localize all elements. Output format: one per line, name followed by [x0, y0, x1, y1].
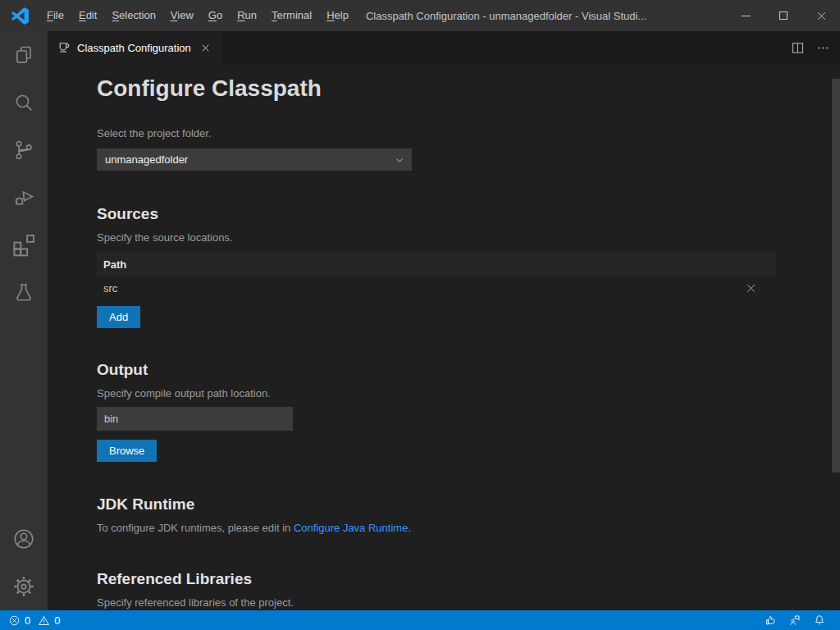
sources-column-header: Path: [97, 253, 776, 276]
thumbs-up-icon: [764, 614, 777, 627]
maximize-icon: [779, 11, 788, 20]
menu-go[interactable]: Go: [201, 0, 230, 31]
project-folder-label: Select the project folder.: [97, 126, 840, 141]
classpath-configuration-page: Configure Classpath Select the project f…: [48, 64, 840, 610]
menu-run[interactable]: Run: [230, 0, 264, 31]
menu-terminal[interactable]: Terminal: [264, 0, 319, 31]
page-title: Configure Classpath: [97, 75, 840, 103]
problems-status[interactable]: 0 0: [8, 614, 63, 627]
sidebar-item-explorer[interactable]: [0, 31, 48, 79]
menu-edit[interactable]: Edit: [71, 0, 104, 31]
person-flag-icon: [788, 614, 801, 627]
run-and-debug-icon: [11, 185, 36, 210]
window-title: Classpath Configuration - unmanagedfolde…: [366, 10, 646, 22]
chevron-down-icon: [394, 154, 405, 166]
tab-bar: Classpath Configuration: [48, 31, 840, 64]
remove-source-button[interactable]: [742, 279, 760, 297]
split-editor-icon[interactable]: [791, 41, 805, 55]
explorer-icon: [11, 43, 36, 67]
close-window-button[interactable]: [802, 0, 840, 31]
notifications-button[interactable]: [807, 610, 832, 630]
source-control-icon: [11, 138, 36, 162]
feedback-button[interactable]: [783, 610, 807, 630]
jdk-runtime-heading: JDK Runtime: [97, 494, 840, 515]
editor-actions: [791, 31, 840, 64]
tab-close-button[interactable]: [198, 39, 214, 56]
error-icon: [8, 614, 21, 627]
sources-description: Specify the source locations.: [97, 231, 840, 245]
referenced-libraries-description: Specify referenced libraries of the proj…: [97, 596, 840, 610]
menu-file[interactable]: File: [39, 0, 71, 31]
java-cup-icon: [57, 41, 71, 54]
jdk-text-after: .: [408, 522, 411, 534]
vertical-scrollbar[interactable]: [832, 79, 840, 472]
window-controls: [727, 0, 840, 31]
vscode-window: File Edit Selection View Go Run Terminal…: [0, 0, 840, 630]
browse-output-button[interactable]: Browse: [97, 440, 157, 462]
close-icon: [815, 10, 828, 22]
menu-selection[interactable]: Selection: [104, 0, 162, 31]
error-count: 0: [25, 614, 30, 627]
menu-bar: File Edit Selection View Go Run Terminal…: [39, 0, 356, 31]
close-icon: [745, 282, 757, 294]
add-source-button[interactable]: Add: [97, 306, 140, 328]
maximize-button[interactable]: [765, 0, 802, 31]
main-area: Classpath Configuration Configure Classp…: [0, 31, 840, 610]
menu-help[interactable]: Help: [319, 0, 356, 31]
editor-group: Classpath Configuration Configure Classp…: [48, 31, 840, 610]
testing-flask-icon: [11, 281, 36, 305]
tab-label: Classpath Configuration: [77, 42, 191, 54]
source-row[interactable]: src: [97, 276, 776, 300]
status-bar: 0 0: [0, 610, 840, 630]
account-icon: [11, 527, 36, 551]
gear-icon: [11, 574, 36, 599]
referenced-libraries-heading: Referenced Libraries: [97, 568, 840, 590]
bell-icon: [813, 614, 826, 627]
sources-table: Path src: [97, 253, 776, 300]
sidebar-item-testing[interactable]: [0, 269, 48, 317]
sidebar-item-run-and-debug[interactable]: [0, 174, 48, 221]
configure-java-runtime-link[interactable]: Configure Java Runtime: [294, 522, 408, 534]
menu-view[interactable]: View: [163, 0, 201, 31]
sidebar-item-extensions[interactable]: [0, 221, 48, 269]
source-path-value: src: [103, 282, 117, 294]
tab-classpath-configuration[interactable]: Classpath Configuration: [48, 31, 222, 64]
project-folder-selected-value: unmanagedfolder: [105, 153, 394, 166]
warning-icon: [38, 614, 50, 627]
warning-count: 0: [54, 614, 60, 627]
settings-button[interactable]: [0, 563, 48, 610]
activity-bar: [0, 31, 48, 610]
output-heading: Output: [97, 359, 840, 381]
minimize-button[interactable]: [727, 0, 765, 31]
close-icon: [200, 43, 211, 53]
output-path-input[interactable]: [97, 407, 293, 431]
vscode-logo-icon: [0, 7, 39, 25]
accounts-button[interactable]: [0, 515, 48, 563]
more-actions-icon[interactable]: [816, 41, 830, 55]
title-bar: File Edit Selection View Go Run Terminal…: [0, 0, 840, 31]
activity-bar-bottom: [0, 515, 48, 610]
sources-heading: Sources: [97, 203, 840, 225]
sidebar-item-source-control[interactable]: [0, 126, 48, 174]
thumbs-up-button[interactable]: [758, 610, 783, 630]
jdk-text-before: To configure JDK runtimes, please edit i…: [97, 522, 294, 534]
extensions-icon: [11, 233, 36, 258]
minimize-icon: [742, 16, 751, 16]
sidebar-item-search[interactable]: [0, 79, 48, 126]
jdk-runtime-text: To configure JDK runtimes, please edit i…: [97, 521, 840, 536]
status-bar-right: [758, 610, 832, 630]
project-folder-select[interactable]: unmanagedfolder: [97, 148, 412, 171]
search-icon: [11, 90, 36, 115]
output-description: Specify compile output path location.: [97, 386, 840, 401]
